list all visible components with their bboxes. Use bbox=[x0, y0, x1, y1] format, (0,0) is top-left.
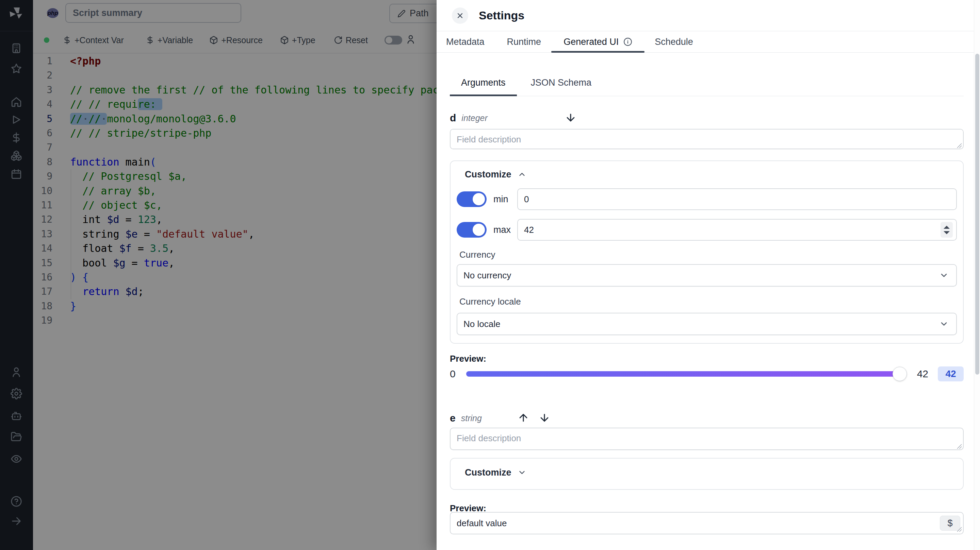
settings-tabs: Metadata Runtime Generated UI Schedule bbox=[437, 31, 980, 53]
currency-locale-label: Currency locale bbox=[460, 296, 957, 305]
min-row: min bbox=[457, 188, 957, 210]
move-down-button[interactable] bbox=[538, 412, 550, 424]
slider-value: 42 bbox=[917, 368, 928, 380]
field-e-type: string bbox=[461, 413, 482, 423]
currency-select-value: No currency bbox=[463, 270, 511, 281]
subtab-json-schema[interactable]: JSON Schema bbox=[520, 70, 603, 96]
customize-toggle-expanded[interactable]: Customize bbox=[465, 169, 957, 179]
insert-variable-dollar-button[interactable]: $ bbox=[940, 516, 960, 531]
max-value-input[interactable] bbox=[517, 219, 957, 241]
currency-label: Currency bbox=[460, 249, 957, 258]
tab-generated-ui[interactable]: Generated UI bbox=[563, 31, 632, 53]
field-d-preview-slider-row: 0 42 42 bbox=[450, 366, 964, 381]
toggle-knob bbox=[473, 223, 485, 236]
max-row: max bbox=[457, 219, 957, 241]
generated-ui-content: Arguments JSON Schema d integer Cus bbox=[437, 70, 980, 534]
close-button[interactable] bbox=[452, 8, 468, 24]
field-e-header: e string bbox=[450, 411, 964, 426]
settings-panel: Settings Metadata Runtime Generated UI S… bbox=[437, 0, 980, 550]
scrollbar-thumb[interactable] bbox=[975, 54, 979, 375]
field-d-name: d bbox=[450, 112, 456, 124]
app-root: php Path +Context Var +Variable +Resourc… bbox=[0, 0, 980, 550]
info-icon bbox=[624, 37, 632, 46]
field-e-preview-label: Preview: bbox=[450, 503, 964, 512]
field-d-customize-card: Customize min max bbox=[450, 160, 964, 344]
preview-slider[interactable] bbox=[466, 371, 902, 377]
tab-metadata[interactable]: Metadata bbox=[446, 31, 485, 53]
field-d-type: integer bbox=[461, 113, 487, 123]
settings-title: Settings bbox=[479, 9, 524, 22]
slider-value-badge: 42 bbox=[938, 366, 964, 381]
slider-min-label: 0 bbox=[450, 368, 457, 380]
number-stepper[interactable] bbox=[940, 222, 953, 238]
field-d-description-input[interactable] bbox=[450, 129, 964, 149]
chevron-down-icon bbox=[939, 271, 949, 280]
max-label: max bbox=[493, 225, 513, 235]
field-e-description-input[interactable] bbox=[450, 428, 964, 450]
arrow-down-icon bbox=[565, 112, 576, 124]
currency-locale-select[interactable]: No locale bbox=[457, 313, 957, 335]
min-toggle[interactable] bbox=[457, 191, 487, 207]
chevron-up-icon bbox=[517, 170, 527, 179]
arrow-up-icon bbox=[517, 412, 529, 423]
arrow-down-icon bbox=[539, 412, 550, 423]
modal-backdrop[interactable] bbox=[0, 0, 437, 550]
chevron-down-icon bbox=[517, 468, 527, 477]
field-d-header: d integer bbox=[450, 113, 964, 123]
currency-select[interactable]: No currency bbox=[457, 264, 957, 287]
stepper-up-icon bbox=[943, 226, 950, 229]
customize-toggle-collapsed[interactable]: Customize bbox=[465, 468, 957, 478]
chevron-down-icon bbox=[939, 319, 949, 329]
field-e-customize-card: Customize bbox=[450, 458, 964, 490]
locale-select-value: No locale bbox=[463, 319, 500, 330]
arguments-subtabs: Arguments JSON Schema bbox=[450, 70, 964, 96]
settings-header: Settings bbox=[437, 0, 980, 31]
slider-thumb[interactable] bbox=[892, 367, 907, 381]
move-down-button[interactable] bbox=[565, 112, 577, 124]
move-up-button[interactable] bbox=[517, 412, 530, 424]
field-e-name: e bbox=[450, 412, 456, 424]
toggle-knob bbox=[473, 193, 485, 205]
min-value-input[interactable] bbox=[517, 188, 957, 210]
tab-runtime[interactable]: Runtime bbox=[507, 31, 541, 53]
panel-scrollbar bbox=[974, 0, 980, 550]
field-d-preview-label: Preview: bbox=[450, 353, 964, 362]
subtab-arguments[interactable]: Arguments bbox=[450, 70, 517, 96]
tab-schedule[interactable]: Schedule bbox=[655, 31, 693, 53]
min-label: min bbox=[493, 194, 513, 204]
field-e-preview-input[interactable] bbox=[450, 512, 964, 534]
stepper-down-icon bbox=[943, 231, 950, 234]
close-icon bbox=[456, 11, 464, 20]
max-toggle[interactable] bbox=[457, 222, 487, 238]
